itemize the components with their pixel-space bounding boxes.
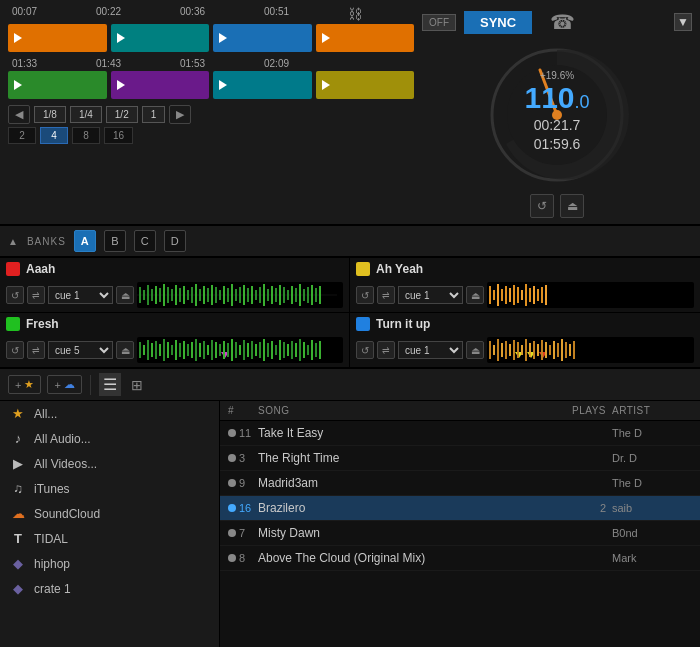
svg-rect-108 xyxy=(303,342,305,358)
track-row-selected[interactable]: 16 Brazilero 2 saib xyxy=(220,496,700,521)
hotcue-turnitup-name: Turn it up xyxy=(376,317,430,331)
sidebar-item-hiphop[interactable]: ◆ hiphop xyxy=(0,551,219,576)
svg-rect-16 xyxy=(183,286,185,304)
svg-rect-68 xyxy=(147,340,149,360)
bank-btn-b[interactable]: B xyxy=(104,230,126,252)
ahyeah-cue-select[interactable]: cue 1 xyxy=(398,286,463,304)
quantize-1[interactable]: 1 xyxy=(142,106,166,123)
turnitup-eject-btn[interactable]: ⏏ xyxy=(466,341,484,359)
fresh-loop-btn[interactable]: ⇌ xyxy=(27,341,45,359)
quantize-1-2[interactable]: 1/2 xyxy=(106,106,138,123)
track-num-4: 16 xyxy=(228,502,258,514)
quantize-row: ◀ 1/8 1/4 1/2 1 ▶ xyxy=(8,105,414,124)
ahyeah-waveform-svg xyxy=(487,282,694,308)
off-button[interactable]: OFF xyxy=(422,14,456,31)
turnitup-reset-btn[interactable]: ↺ xyxy=(356,341,374,359)
svg-rect-128 xyxy=(537,344,539,356)
svg-rect-87 xyxy=(219,344,221,356)
svg-rect-129 xyxy=(541,340,543,360)
svg-rect-7 xyxy=(147,285,149,305)
bpm-time1: 00:21.7 xyxy=(524,115,589,136)
track-row[interactable]: 3 The Right Time Dr. D xyxy=(220,446,700,471)
loop-blocks-area: 00:07 00:22 00:36 00:51 ⛓ xyxy=(8,6,414,218)
dropdown-arrow[interactable]: ▼ xyxy=(674,13,692,31)
loop-reset-button[interactable]: ↺ xyxy=(530,194,554,218)
svg-rect-63 xyxy=(537,289,539,301)
loop-block-8[interactable] xyxy=(316,71,415,99)
fresh-eject-btn[interactable]: ⏏ xyxy=(116,341,134,359)
loop-block-2[interactable] xyxy=(111,24,210,52)
loop-time-5: 01:33 xyxy=(8,58,88,69)
list-view-button[interactable]: ☰ xyxy=(99,373,121,396)
sidebar-item-crate1-label: crate 1 xyxy=(34,582,71,596)
track-row[interactable]: 11 Take It Easy The D xyxy=(220,421,700,446)
sync-button[interactable]: SYNC xyxy=(464,11,532,34)
fresh-reset-btn[interactable]: ↺ xyxy=(6,341,24,359)
sidebar-item-crate1[interactable]: ◆ crate 1 xyxy=(0,576,219,601)
sidebar-item-videos[interactable]: ▶ All Videos... xyxy=(0,451,219,476)
loop-block-6[interactable] xyxy=(111,71,210,99)
hotcue-ahyeah-name: Ah Yeah xyxy=(376,262,423,276)
svg-rect-65 xyxy=(545,285,547,305)
bank-btn-c[interactable]: C xyxy=(134,230,156,252)
col-plays-header: plays xyxy=(572,405,612,416)
sidebar-item-hiphop-label: hiphop xyxy=(34,557,70,571)
svg-rect-57 xyxy=(513,285,515,305)
hotcue-ahyeah-controls: ↺ ⇌ cue 1 ⏏ xyxy=(350,280,700,312)
loop-block-1[interactable] xyxy=(8,24,107,52)
svg-rect-40 xyxy=(279,285,281,305)
track-row[interactable]: 7 Misty Dawn B0nd xyxy=(220,521,700,546)
track-row[interactable]: 8 Above The Cloud (Original Mix) Mark xyxy=(220,546,700,571)
svg-rect-80 xyxy=(195,339,197,361)
track-row[interactable]: 9 Madrid3am The D xyxy=(220,471,700,496)
add-crate-button[interactable]: + ★ xyxy=(8,375,41,394)
sidebar-item-audio[interactable]: ♪ All Audio... xyxy=(0,426,219,451)
loop-block-4[interactable] xyxy=(316,24,415,52)
quantize-1-8[interactable]: 1/8 xyxy=(34,106,66,123)
svg-rect-47 xyxy=(307,287,309,303)
quantize-1-4[interactable]: 1/4 xyxy=(70,106,102,123)
cloud-icon: ☁ xyxy=(64,378,75,391)
svg-rect-117 xyxy=(505,341,507,359)
loop-block-3[interactable] xyxy=(213,24,312,52)
svg-rect-26 xyxy=(223,286,225,304)
bank-btn-d[interactable]: D xyxy=(164,230,186,252)
eject-button[interactable]: ⏏ xyxy=(560,194,584,218)
svg-rect-35 xyxy=(259,287,261,303)
sidebar-item-itunes[interactable]: ♫ iTunes xyxy=(0,476,219,501)
turnitup-cue-select[interactable]: cue 1 xyxy=(398,341,463,359)
svg-rect-119 xyxy=(513,340,515,360)
sidebar-item-soundcloud[interactable]: ☁ SoundCloud xyxy=(0,501,219,526)
nav-right-button[interactable]: ▶ xyxy=(169,105,191,124)
bank-btn-a[interactable]: A xyxy=(74,230,96,252)
track-artist-6: Mark xyxy=(612,552,692,564)
track-num-3: 9 xyxy=(228,477,258,489)
grid-view-button[interactable]: ⊞ xyxy=(127,375,147,395)
nav-left-button[interactable]: ◀ xyxy=(8,105,30,124)
bpm-panel: OFF SYNC ☎ ▼ xyxy=(422,6,692,218)
loop-blocks-row1[interactable] xyxy=(8,24,414,52)
sidebar-item-all[interactable]: ★ All... xyxy=(0,401,219,426)
loop-blocks-row2[interactable] xyxy=(8,71,414,99)
tidal-icon: T xyxy=(10,531,26,546)
aaah-cue-select[interactable]: cue 1 xyxy=(48,286,113,304)
aaah-eject-btn[interactable]: ⏏ xyxy=(116,286,134,304)
svg-rect-110 xyxy=(311,340,313,360)
fresh-cue-select[interactable]: cue 5 xyxy=(48,341,113,359)
expand-icon[interactable]: ▲ xyxy=(8,236,19,247)
add-subcrate-button[interactable]: + ☁ xyxy=(47,375,81,394)
track-name-2: The Right Time xyxy=(258,451,572,465)
track-dot xyxy=(228,454,236,462)
track-dot-selected xyxy=(228,504,236,512)
aaah-reset-btn[interactable]: ↺ xyxy=(6,286,24,304)
ahyeah-reset-btn[interactable]: ↺ xyxy=(356,286,374,304)
aaah-loop-btn[interactable]: ⇌ xyxy=(27,286,45,304)
library-section: + ★ + ☁ ☰ ⊞ ★ All... ♪ All Audio... xyxy=(0,369,700,647)
ahyeah-eject-btn[interactable]: ⏏ xyxy=(466,286,484,304)
ahyeah-loop-btn[interactable]: ⇌ xyxy=(377,286,395,304)
loop-block-5[interactable] xyxy=(8,71,107,99)
loop-block-7[interactable] xyxy=(213,71,312,99)
sidebar-item-tidal[interactable]: T TIDAL xyxy=(0,526,219,551)
turnitup-loop-btn[interactable]: ⇌ xyxy=(377,341,395,359)
hotcue-aaah-controls: ↺ ⇌ cue 1 ⏏ xyxy=(0,280,349,312)
